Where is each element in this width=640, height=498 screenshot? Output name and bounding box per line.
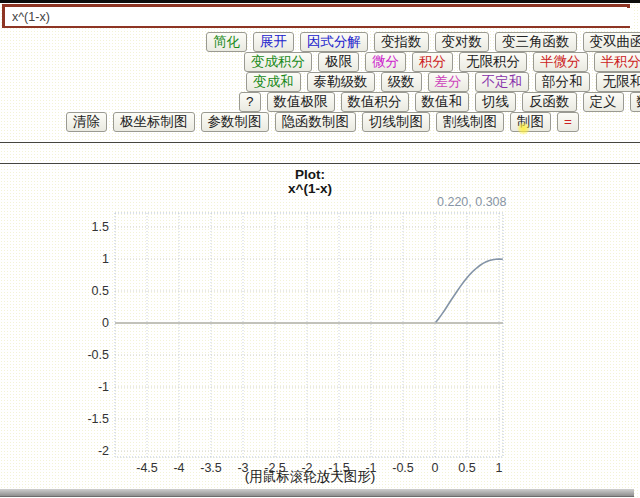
y-tick-label: -1.5 (87, 412, 109, 426)
toolbar-button[interactable]: 无限和 (596, 72, 640, 92)
toolbar-button[interactable]: 制图 (510, 112, 551, 132)
toolbar-button[interactable]: 半积分 (594, 52, 640, 72)
plot-frame (115, 213, 503, 457)
plot-title-line1: Plot: (116, 168, 504, 182)
toolbar-button[interactable]: 不定和 (475, 72, 530, 92)
toolbar-button[interactable]: 极坐标制图 (113, 112, 195, 132)
toolbar-row-calculus: 变成积分极限微分积分无限积分半微分半积分解微分方程 (0, 52, 640, 72)
toolbar-button[interactable]: 泰勒级数 (307, 72, 375, 92)
toolbar-button[interactable]: 变双曲函数 (583, 32, 640, 52)
y-tick-label: 1.5 (92, 220, 109, 234)
toolbar-button[interactable]: ? (239, 92, 261, 112)
toolbar-button[interactable]: 切线 (475, 92, 516, 112)
toolbar-button[interactable]: 部分和 (535, 72, 590, 92)
toolbar-button[interactable]: 变三角函数 (495, 32, 577, 52)
toolbar-button[interactable]: 极限 (318, 52, 359, 72)
toolbar-button[interactable]: 展开 (253, 32, 294, 52)
y-tick-label: 1 (102, 252, 109, 266)
toolbar-button[interactable]: 切线制图 (362, 112, 430, 132)
divider-top (0, 142, 640, 143)
toolbar-button[interactable]: 差分 (428, 72, 469, 92)
toolbar-button[interactable]: 数值解方程 (630, 92, 640, 112)
horizontal-scrollbar[interactable] (0, 489, 634, 497)
toolbar-button[interactable]: 因式分解 (300, 32, 368, 52)
toolbar-button[interactable]: 级数 (381, 72, 422, 92)
toolbar-row-numeric: ?数值极限数值积分数值和切线反函数定义数值解方程≈ (0, 92, 640, 112)
plot-title: Plot: x^(1-x) (116, 168, 504, 196)
toolbar-row-series: 变成和泰勒级数级数差分不定和部分和无限和解递归方程 (0, 72, 640, 92)
toolbar-button[interactable]: 变指数 (374, 32, 429, 52)
y-tick-label: -1 (98, 380, 109, 394)
y-tick-label: -2 (98, 444, 109, 458)
expression-input-frame (2, 4, 630, 28)
app-window: 简化展开因式分解变指数变对数变三角函数变双曲函数解方程 变成积分极限微分积分无限… (0, 0, 640, 498)
toolbar-button[interactable]: 参数制图 (201, 112, 269, 132)
toolbar-button[interactable]: 无限积分 (459, 52, 527, 72)
toolbar-button[interactable]: 微分 (365, 52, 406, 72)
top-border-bar (0, 0, 640, 3)
y-tick-label: 0 (102, 316, 109, 330)
toolbar-button[interactable]: 变对数 (435, 32, 490, 52)
toolbar-button[interactable]: 数值积分 (341, 92, 409, 112)
toolbar-button[interactable]: 变成积分 (244, 52, 312, 72)
toolbar-button[interactable]: 简化 (206, 32, 247, 52)
toolbar-button[interactable]: 积分 (412, 52, 453, 72)
cursor-glow (517, 122, 530, 135)
toolbar-button[interactable]: 数值极限 (267, 92, 335, 112)
toolbar-button[interactable]: 定义 (583, 92, 624, 112)
plot-canvas[interactable]: 1.510.50-0.5-1-1.5-2-4.5-4-3.5-3-2.5-2-1… (70, 206, 520, 478)
expression-input[interactable] (5, 8, 634, 26)
toolbar-button[interactable]: 半微分 (533, 52, 588, 72)
toolbar-button[interactable]: 变成和 (246, 72, 301, 92)
y-tick-label: 0.5 (92, 284, 109, 298)
y-tick-label: -0.5 (87, 348, 109, 362)
toolbar-button[interactable]: 清除 (66, 112, 107, 132)
divider-bottom (0, 163, 640, 164)
toolbar-row-transform: 简化展开因式分解变指数变对数变三角函数变双曲函数解方程 (0, 32, 640, 52)
toolbar-button[interactable]: 隐函数制图 (275, 112, 357, 132)
plot-title-line2: x^(1-x) (116, 182, 504, 196)
plot-zoom-hint: (用鼠标滚轮放大图形) (96, 468, 524, 486)
toolbar-button[interactable]: 反函数 (522, 92, 577, 112)
toolbar-row-plot: 清除极坐标制图参数制图隐函数制图切线制图割线制图制图= (0, 112, 640, 132)
toolbar-button[interactable]: = (557, 112, 579, 132)
toolbar-button[interactable]: 割线制图 (436, 112, 504, 132)
toolbar-button[interactable]: 数值和 (415, 92, 470, 112)
